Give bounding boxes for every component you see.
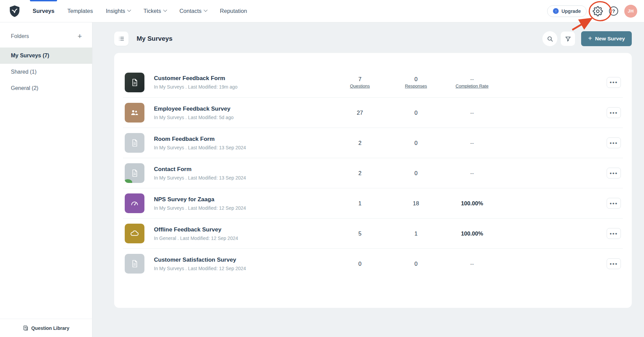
row-more-button[interactable]: ••• [607,198,621,209]
filter-button[interactable] [561,32,575,46]
nav-item-reputation[interactable]: Reputation [220,0,247,22]
responses-stat: 18 Responses [387,188,445,218]
sidebar-item-my-surveys-7[interactable]: My Surveys (7) [0,48,92,64]
row-more-button[interactable]: ••• [607,137,621,148]
upgrade-button[interactable]: ↑ Upgrade [547,5,587,17]
search-button[interactable] [542,31,557,46]
survey-meta: In My Surveys . Last Modified: 19m ago [154,84,238,90]
upgrade-rocket-icon: ↑ [553,8,559,14]
list-toggle-icon [118,36,124,42]
folders-header: Folders + [0,22,92,48]
completion-stat: -- Completion Rate [438,249,506,279]
survey-thumbnail[interactable] [125,224,144,243]
survey-row: NPS Survey for Zaaga In My Surveys . Las… [123,188,623,218]
questions-count: 27 [357,110,363,116]
document-icon [130,169,139,177]
user-avatar[interactable]: JH [624,5,637,18]
row-more-button[interactable]: ••• [607,258,621,269]
survey-thumbnail[interactable] [125,193,144,213]
document-icon [130,259,139,268]
survey-title[interactable]: Customer Satisfaction Survey [154,257,246,263]
chevron-down-icon [163,8,167,12]
completion-rate: -- [470,140,474,146]
completion-stat: -- Completion Rate [438,158,506,188]
row-more-button[interactable]: ••• [607,168,621,179]
responses-count: 0 [414,261,417,267]
survey-title[interactable]: Room Feedback Form [154,136,246,143]
gauge-icon [130,199,139,208]
survey-thumbnail[interactable] [125,254,144,274]
survey-text: Offline Feedback Survey In General . Las… [154,226,238,241]
questions-stat: 7 Questions [331,67,389,97]
survey-title[interactable]: NPS Survey for Zaaga [154,196,246,203]
completion-rate: 100.00% [461,200,483,207]
nav-right-cluster: ↑ Upgrade ? JH [547,0,637,22]
questions-stat: 2 Questions [331,158,389,188]
settings-gear-button[interactable] [593,6,603,16]
survey-row: Customer Feedback Form In My Surveys . L… [123,67,623,97]
survey-meta: In General . Last Modified: 12 Sep 2024 [154,236,238,241]
survey-meta: In My Surveys . Last Modified: 5d ago [154,115,233,120]
survey-text: Customer Satisfaction Survey In My Surve… [154,257,246,271]
survey-title[interactable]: Contact Form [154,166,246,173]
questions-stat: 5 Questions [331,219,389,248]
survey-meta: In My Surveys . Last Modified: 12 Sep 20… [154,266,246,271]
cloud-icon [130,229,139,238]
questions-stat: 0 Questions [331,249,389,279]
add-folder-button[interactable]: + [77,33,82,40]
main-content: My Surveys + New Survey Customer Feedbac… [92,22,644,337]
survey-text: Contact Form In My Surveys . Last Modifi… [154,166,246,181]
help-button[interactable]: ? [609,6,618,16]
sidebar-item-shared-1[interactable]: Shared (1) [0,64,92,80]
gear-icon [593,6,603,16]
new-survey-button[interactable]: + New Survey [581,31,632,46]
survey-row: Room Feedback Form In My Surveys . Last … [123,128,623,158]
survey-meta: In My Surveys . Last Modified: 13 Sep 20… [154,145,246,150]
questions-count: 5 [358,230,361,237]
completion-rate: -- [470,76,474,82]
survey-text: Room Feedback Form In My Surveys . Last … [154,136,246,150]
survey-title[interactable]: Offline Feedback Survey [154,226,238,233]
survey-thumbnail[interactable] [125,73,144,92]
row-more-button[interactable]: ••• [607,77,621,88]
nav-item-tickets[interactable]: Tickets [143,0,167,22]
questions-label[interactable]: Questions [350,83,370,89]
responses-stat: 0 Responses [387,128,445,158]
survey-thumbnail[interactable] [125,103,144,123]
survey-row: Offline Feedback Survey In General . Las… [123,218,623,248]
responses-stat: 0 Responses [387,67,445,97]
completion-stat: -- Completion Rate [438,128,506,158]
collapse-sidebar-button[interactable] [114,32,128,46]
questions-count: 2 [358,140,361,146]
survey-thumbnail[interactable] [125,133,144,153]
row-more-button[interactable]: ••• [607,228,621,239]
app-logo[interactable] [9,0,20,22]
responses-label[interactable]: Responses [405,83,427,89]
completion-stat: -- Completion Rate [438,67,506,97]
responses-count: 18 [413,200,419,207]
questions-count: 2 [358,170,361,176]
completion-label[interactable]: Completion Rate [456,83,489,89]
sidebar-item-general-2[interactable]: General (2) [0,80,92,96]
responses-count: 0 [414,170,417,176]
top-navbar: SurveysTemplatesInsightsTicketsContactsR… [0,0,644,22]
nav-item-templates[interactable]: Templates [67,0,93,22]
survey-meta: In My Surveys . Last Modified: 13 Sep 20… [154,175,246,181]
nav-item-surveys[interactable]: Surveys [33,0,54,22]
responses-count: 0 [414,140,417,146]
question-library-button[interactable]: Question Library [0,319,92,337]
row-more-button[interactable]: ••• [607,107,621,118]
new-survey-label: New Survey [595,36,625,42]
survey-title[interactable]: Customer Feedback Form [154,75,238,82]
questions-stat: 1 Questions [331,188,389,218]
question-mark-icon: ? [612,8,615,14]
survey-thumbnail[interactable] [125,163,144,183]
thumbnail-accent [125,179,132,183]
responses-count: 1 [414,230,417,237]
nav-item-contacts[interactable]: Contacts [179,0,207,22]
people-icon [130,108,139,117]
completion-rate: -- [470,110,474,116]
nav-item-insights[interactable]: Insights [106,0,130,22]
completion-rate: 100.00% [461,230,483,237]
survey-title[interactable]: Employee Feedback Survey [154,106,233,112]
